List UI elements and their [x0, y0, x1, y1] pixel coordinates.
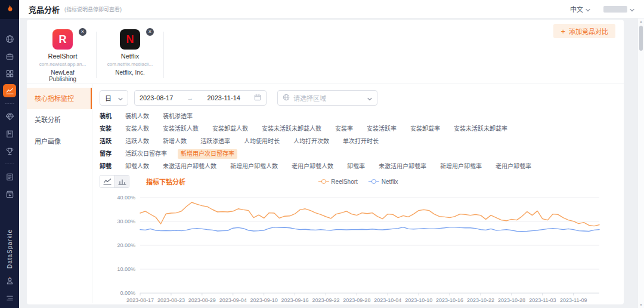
- region-select[interactable]: 请选择区域: [277, 90, 377, 106]
- scrollbar-thumb[interactable]: [639, 26, 643, 51]
- metric-tag[interactable]: 新增用户卸载人数: [227, 162, 281, 171]
- metric-tag[interactable]: 装机人数: [122, 112, 152, 121]
- svg-text:2023-10-28: 2023-10-28: [498, 297, 525, 303]
- granularity-select[interactable]: 日: [100, 90, 128, 106]
- submenu-item-关联分析[interactable]: 关联分析: [27, 109, 92, 131]
- globe-icon: [283, 94, 290, 102]
- package-icon[interactable]: [3, 187, 16, 201]
- scroll-down-arrow[interactable]: ▼: [638, 303, 644, 307]
- trophy-icon[interactable]: [3, 144, 16, 158]
- app-card-netflix[interactable]: ×NNetflixcom.netflix.mediacli...Netflix,…: [104, 28, 156, 76]
- user-icon[interactable]: [3, 274, 16, 287]
- svg-text:20.00%: 20.00%: [117, 242, 135, 248]
- metric-tag[interactable]: 人均使用时长: [241, 137, 283, 146]
- compared-apps-row: ×RReelShortcom.newleaf.app.an...NewLeaf …: [27, 20, 624, 84]
- metric-row-安装: 安装安装人数安装活跃人数安装卸载人数安装未活跃未卸载人数安装率安装活跃率安装卸载…: [100, 124, 617, 134]
- globe-icon[interactable]: [3, 32, 16, 45]
- metric-row-留存: 留存活跃次日留存率新增用户次日留存率: [100, 149, 617, 159]
- legend-item-netflix[interactable]: Netflix: [369, 178, 398, 185]
- menu-collapse-icon[interactable]: [3, 291, 16, 304]
- date-separator: →: [187, 94, 193, 101]
- metric-category: 活跃: [100, 137, 122, 146]
- metric-tag[interactable]: 安装人数: [122, 124, 152, 134]
- user-menu[interactable]: [603, 6, 634, 13]
- chevron-down-icon: [586, 7, 590, 11]
- metric-tag[interactable]: 新增用户次日留存率: [178, 149, 237, 159]
- book-icon[interactable]: [3, 127, 16, 140]
- metric-tag[interactable]: 安装未活跃未卸载人数: [259, 124, 324, 134]
- svg-text:2023-10-22: 2023-10-22: [467, 297, 494, 303]
- analysis-submenu: 核心指标监控关联分析用户画像: [27, 84, 92, 303]
- app-publisher: NewLeaf Publishing: [36, 69, 89, 82]
- svg-text:2023-11-09: 2023-11-09: [560, 297, 587, 303]
- remove-app-icon[interactable]: ×: [146, 28, 154, 36]
- bar-chart-type-button[interactable]: [114, 175, 129, 187]
- metric-category: 装机: [100, 112, 122, 121]
- submenu-item-核心指标监控[interactable]: 核心指标监控: [27, 88, 92, 109]
- line-chart-type-button[interactable]: [100, 175, 114, 187]
- submenu-item-用户画像[interactable]: 用户画像: [27, 131, 92, 152]
- report-icon[interactable]: [3, 170, 16, 183]
- metric-tag[interactable]: 活跃次日留存率: [122, 149, 170, 159]
- filter-row: 日 2023-08-17 → 2023-11-14: [100, 90, 617, 106]
- app-card-reelshort[interactable]: ×RReelShortcom.newleaf.app.an...NewLeaf …: [36, 28, 89, 82]
- add-competitor-button[interactable]: + 添加竞品对比: [553, 24, 615, 38]
- chart-header: 指标下钻分析 ReelShortNetflix: [100, 175, 617, 188]
- svg-text:2023-08-29: 2023-08-29: [188, 297, 216, 303]
- flame-icon: [4, 4, 15, 15]
- svg-text:2023-09-16: 2023-09-16: [281, 297, 309, 303]
- chevron-down-icon: [367, 96, 372, 100]
- scroll-up-arrow[interactable]: ▲: [638, 20, 644, 23]
- app-name: Netflix: [104, 53, 156, 60]
- metric-tag[interactable]: 装机渗透率: [160, 112, 196, 121]
- svg-text:2023-09-10: 2023-09-10: [250, 297, 278, 303]
- legend-label: ReelShort: [331, 178, 357, 185]
- metric-tag[interactable]: 活跃渗透率: [197, 137, 233, 146]
- chart-area[interactable]: 0.00%10.00%20.00%30.00%40.00%2023-08-172…: [100, 189, 617, 308]
- sidebar-divider: [5, 164, 14, 164]
- metric-tag[interactable]: 安装活跃率: [364, 124, 400, 134]
- legend-item-reelshort[interactable]: ReelShort: [318, 178, 357, 185]
- language-selector[interactable]: 中文: [570, 4, 590, 14]
- metric-tag[interactable]: 安装活跃人数: [160, 124, 202, 134]
- metric-tag[interactable]: 未激活用户卸载人数: [160, 162, 219, 171]
- metric-tag[interactable]: 老用户卸载率: [493, 162, 534, 171]
- metric-tag[interactable]: 安装卸载人数: [209, 124, 251, 134]
- sidebar-divider: [5, 103, 14, 104]
- metric-row-卸载: 卸载卸载人数未激活用户卸载人数新增用户卸载人数老用户卸载人数卸载率未激活用户卸载…: [100, 162, 617, 171]
- metric-tag[interactable]: 老用户卸载人数: [289, 162, 336, 171]
- gem-icon[interactable]: [3, 110, 16, 123]
- metric-row-活跃: 活跃活跃人数新增人数活跃渗透率人均使用时长人均打开次数单次打开时长: [100, 137, 617, 146]
- calendar-icon: [254, 94, 261, 102]
- briefcase-icon[interactable]: [3, 50, 16, 63]
- metric-tag[interactable]: 人均打开次数: [290, 137, 332, 146]
- metric-tag[interactable]: 卸载率: [344, 162, 368, 171]
- svg-text:2023-09-28: 2023-09-28: [343, 297, 370, 303]
- app-card-divider: [163, 32, 164, 78]
- metric-tag[interactable]: 新增用户卸载率: [437, 162, 485, 171]
- page: DataSparkle 竞品分析 (指标说明悬停即可查看) 中文 + 添加竞品对…: [0, 0, 644, 308]
- line-chart-icon[interactable]: [3, 84, 16, 97]
- app-package: com.netflix.mediacli...: [104, 61, 156, 67]
- metric-tag[interactable]: 安装卸载率: [407, 124, 443, 134]
- metric-tag[interactable]: 安装未活跃未卸载率: [451, 124, 510, 134]
- line-chart[interactable]: 0.00%10.00%20.00%30.00%40.00%2023-08-172…: [100, 189, 615, 307]
- svg-text:2023-08-17: 2023-08-17: [126, 297, 154, 303]
- app-card-divider: [96, 32, 97, 78]
- metric-tag[interactable]: 单次打开时长: [340, 137, 382, 146]
- svg-text:2023-09-22: 2023-09-22: [312, 297, 339, 303]
- metric-tag[interactable]: 未激活用户卸载率: [376, 162, 429, 171]
- app-logo[interactable]: [0, 0, 19, 19]
- apps-grid-icon[interactable]: [3, 67, 16, 80]
- legend-marker: [369, 179, 379, 184]
- metric-tags: 安装人数安装活跃人数安装卸载人数安装未活跃未卸载人数安装率安装活跃率安装卸载率安…: [122, 124, 510, 134]
- date-range-picker[interactable]: 2023-08-17 → 2023-11-14: [134, 90, 267, 106]
- metric-tag[interactable]: 安装率: [332, 124, 356, 134]
- metric-tag[interactable]: 新增人数: [160, 137, 190, 146]
- remove-app-icon[interactable]: ×: [79, 28, 86, 36]
- svg-text:10.00%: 10.00%: [117, 266, 135, 272]
- drilldown-link[interactable]: 指标下钻分析: [146, 177, 185, 186]
- chevron-down-icon: [118, 96, 123, 100]
- metric-tag[interactable]: 卸载人数: [122, 162, 152, 171]
- metric-tag[interactable]: 活跃人数: [122, 137, 152, 146]
